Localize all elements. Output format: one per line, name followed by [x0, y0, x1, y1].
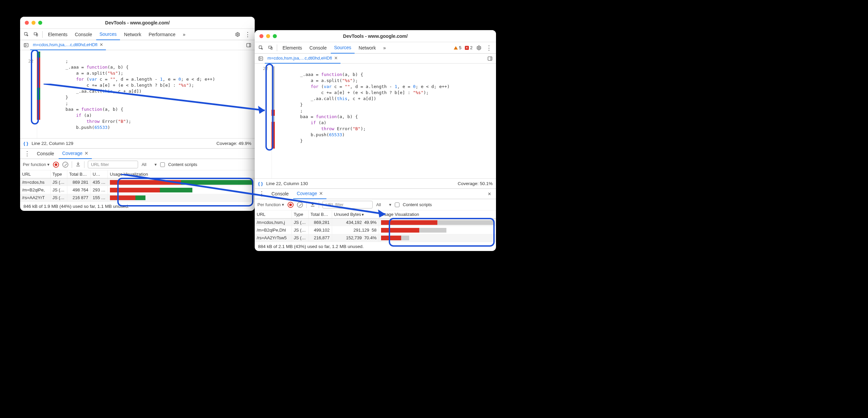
main-tabs: Elements Console Sources Network » 5 ✕ 2…	[255, 42, 496, 54]
close-icon[interactable]: ✕	[334, 56, 338, 61]
window-minimize-icon[interactable]	[266, 34, 270, 38]
col-unused[interactable]: Unused Bytes▼	[332, 210, 379, 218]
inspect-icon[interactable]	[22, 30, 31, 39]
table-row[interactable]: /rs=AA2YrTJS (…216 877155 …	[20, 194, 255, 202]
errors-badge[interactable]: ✕ 2	[464, 45, 474, 50]
cursor-position: Line 22, Column 129	[31, 141, 73, 146]
tab-network[interactable]: Network	[355, 42, 379, 54]
window-minimize-icon[interactable]	[31, 21, 35, 25]
cell-type: JS (…	[291, 218, 308, 227]
window-close-icon[interactable]	[25, 21, 29, 25]
close-icon[interactable]: ✕	[319, 191, 323, 196]
cell-total: 499,102	[308, 226, 332, 234]
file-tab[interactable]: m=cdos,hsm,jsa,…c,dtl0hd,eHDfl ✕	[30, 40, 106, 50]
drawer-more-icon[interactable]: ⋮	[22, 150, 32, 157]
more-menu-icon[interactable]: ⋮	[484, 44, 494, 51]
table-row[interactable]: /m=cdos,hsJS (…869 281435 …	[20, 178, 255, 186]
drawer-close-icon[interactable]: ✕	[485, 191, 494, 197]
table-row[interactable]: /m=cdos,hsm,jJS (…869,281434,192 49.9%	[255, 218, 496, 227]
col-type[interactable]: Type	[50, 170, 67, 178]
content-scripts-checkbox[interactable]	[395, 203, 400, 207]
cell-type: JS (…	[50, 186, 67, 194]
content-scripts-checkbox[interactable]	[160, 162, 165, 167]
gutter: 22	[20, 50, 37, 138]
record-icon[interactable]	[53, 162, 59, 168]
coverage-mode-select[interactable]: Per function ▾	[257, 202, 284, 207]
show-navigator-icon[interactable]	[257, 55, 265, 63]
warning-icon	[454, 46, 458, 49]
show-navigator-icon[interactable]	[22, 41, 30, 49]
col-unused[interactable]: U…	[91, 170, 107, 178]
clear-icon[interactable]	[62, 162, 68, 168]
col-viz[interactable]: Usage Visualization	[107, 170, 254, 178]
tab-sources[interactable]: Sources	[96, 29, 120, 40]
type-filter-select[interactable]: All ▾	[376, 202, 391, 207]
code-editor[interactable]: 22 _.aaa = function(a, b) { a = a.split(…	[255, 64, 496, 178]
coverage-percent: Coverage: 49.9%	[217, 141, 251, 146]
export-icon[interactable]	[75, 161, 81, 168]
col-type[interactable]: Type	[291, 210, 308, 218]
col-url[interactable]: URL	[255, 210, 291, 218]
divider	[306, 202, 307, 208]
drawer-tab-console[interactable]: Console	[33, 148, 57, 159]
svg-point-9	[478, 47, 479, 48]
cell-unused: 293 …	[91, 186, 107, 194]
table-row[interactable]: /m=B2qlPe,DhlJS (…499,102291,129 58	[255, 226, 496, 234]
pretty-print-icon[interactable]: { }	[24, 141, 28, 146]
inspect-icon[interactable]	[257, 43, 266, 52]
cell-total: 498 764	[67, 186, 91, 194]
window-zoom-icon[interactable]	[273, 34, 277, 38]
code-editor[interactable]: 22 ; _.aaa = function(a, b) { a = a.spli…	[20, 50, 255, 138]
svg-rect-5	[247, 43, 251, 47]
cell-total: 216 877	[67, 194, 91, 202]
table-row[interactable]: /m=B2qlPe,JS (…498 764293 …	[20, 186, 255, 194]
line-number: 22	[20, 58, 35, 64]
export-icon[interactable]	[310, 202, 315, 208]
close-icon[interactable]: ✕	[99, 42, 103, 47]
record-icon[interactable]	[287, 202, 293, 208]
tab-performance[interactable]: Performance	[145, 29, 179, 40]
tab-elements[interactable]: Elements	[44, 29, 71, 40]
window-zoom-icon[interactable]	[38, 21, 42, 25]
file-tab[interactable]: m=cdos,hsm,jsa,…c,dtl0hd,eHDfl ✕	[265, 54, 341, 64]
coverage-bar	[272, 66, 275, 149]
chevron-down-icon: ▾	[155, 162, 157, 167]
coverage-toolbar: Per function ▾ URL filter All ▾ Content …	[20, 159, 255, 170]
device-toggle-icon[interactable]	[266, 43, 275, 52]
device-toggle-icon[interactable]	[31, 30, 40, 39]
clear-icon[interactable]	[297, 202, 303, 208]
close-icon[interactable]: ✕	[85, 150, 89, 156]
coverage-mode-select[interactable]: Per function ▾	[23, 162, 50, 167]
col-url[interactable]: URL	[20, 170, 50, 178]
coverage-footer: 846 kB of 1.9 MB (44%) used so far, 1.1 …	[20, 202, 255, 211]
url-filter-input[interactable]: URL filter	[322, 201, 373, 209]
tab-network[interactable]: Network	[121, 29, 145, 40]
drawer-tab-coverage[interactable]: Coverage ✕	[59, 148, 92, 159]
tab-sources[interactable]: Sources	[331, 42, 354, 54]
table-row[interactable]: /rs=AA2YrTsw5JS (…216,877152,739 70.4%	[255, 234, 496, 242]
drawer-more-icon[interactable]: ⋮	[257, 190, 267, 198]
tab-elements[interactable]: Elements	[279, 42, 305, 54]
tabs-overflow[interactable]: »	[380, 42, 389, 54]
drawer-tab-console[interactable]: Console	[268, 188, 292, 199]
show-debugger-icon[interactable]	[245, 41, 253, 49]
type-filter-select[interactable]: All ▾	[142, 162, 156, 167]
col-viz[interactable]: Usage Visualization	[379, 210, 496, 218]
col-total[interactable]: Total B…	[67, 170, 91, 178]
tab-console[interactable]: Console	[306, 42, 330, 54]
window-close-icon[interactable]	[259, 34, 264, 38]
settings-icon[interactable]	[233, 30, 242, 39]
divider	[277, 44, 277, 51]
tab-console[interactable]: Console	[71, 29, 95, 40]
drawer-tab-coverage[interactable]: Coverage ✕	[293, 188, 327, 199]
file-tabs: m=cdos,hsm,jsa,…c,dtl0hd,eHDfl ✕	[255, 54, 496, 64]
url-filter-input[interactable]: URL filter	[88, 161, 138, 168]
warnings-badge[interactable]: 5	[453, 45, 463, 50]
settings-icon[interactable]	[474, 43, 483, 52]
tabs-overflow[interactable]: »	[180, 29, 189, 40]
col-total[interactable]: Total B…	[308, 210, 332, 218]
show-debugger-icon[interactable]	[486, 55, 494, 63]
pretty-print-icon[interactable]: { }	[258, 181, 263, 186]
line-number: 22	[255, 66, 270, 72]
more-menu-icon[interactable]: ⋮	[243, 31, 253, 38]
